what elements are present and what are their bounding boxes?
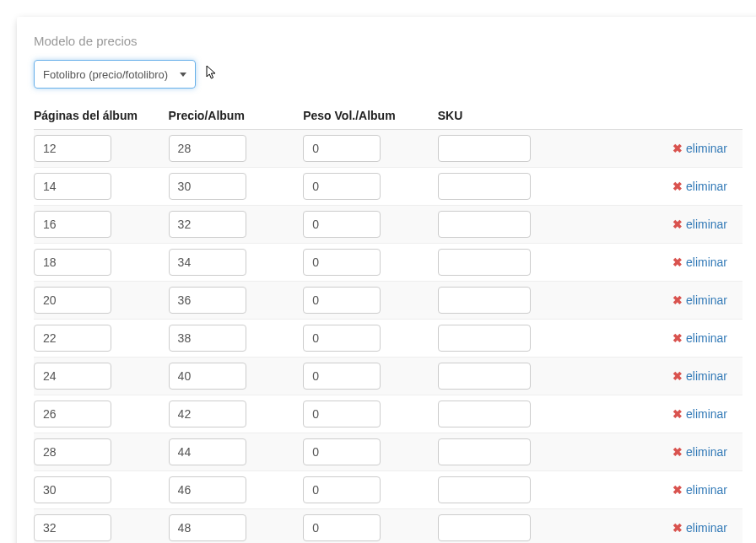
close-icon: ✖ xyxy=(672,370,683,382)
delete-row-button[interactable]: ✖eliminar xyxy=(672,445,727,459)
weight-input[interactable] xyxy=(303,249,381,276)
price-input[interactable] xyxy=(169,401,246,427)
close-icon: ✖ xyxy=(672,522,683,534)
delete-row-button[interactable]: ✖eliminar xyxy=(672,331,727,345)
pricing-panel: Modelo de precios Fotolibro (precio/foto… xyxy=(17,17,756,543)
weight-input[interactable] xyxy=(303,514,381,541)
price-input[interactable] xyxy=(169,135,246,162)
sku-input[interactable] xyxy=(438,173,531,200)
weight-input[interactable] xyxy=(303,287,381,314)
pages-input[interactable] xyxy=(34,514,111,541)
sku-input[interactable] xyxy=(438,325,531,352)
pages-input[interactable] xyxy=(34,211,111,238)
delete-label: eliminar xyxy=(686,293,727,307)
sku-input[interactable] xyxy=(438,401,531,427)
pages-input[interactable] xyxy=(34,325,111,352)
pages-input[interactable] xyxy=(34,476,111,503)
pages-input[interactable] xyxy=(34,287,111,314)
price-input[interactable] xyxy=(169,325,246,352)
delete-row-button[interactable]: ✖eliminar xyxy=(672,293,727,307)
pages-input[interactable] xyxy=(34,135,111,162)
weight-input[interactable] xyxy=(303,438,381,465)
chevron-down-icon xyxy=(180,73,186,77)
sku-input[interactable] xyxy=(438,287,531,314)
table-row: ✖eliminar xyxy=(34,320,742,358)
header-actions xyxy=(572,104,742,130)
pricing-model-select[interactable]: Fotolibro (precio/fotolibro) xyxy=(34,60,196,89)
close-icon: ✖ xyxy=(672,484,683,496)
table-row: ✖eliminar xyxy=(34,509,742,544)
delete-label: eliminar xyxy=(686,445,727,459)
price-input[interactable] xyxy=(169,249,246,276)
table-row: ✖eliminar xyxy=(34,433,742,471)
sku-input[interactable] xyxy=(438,135,531,162)
sku-input[interactable] xyxy=(438,363,531,390)
pages-input[interactable] xyxy=(34,438,111,465)
price-input[interactable] xyxy=(169,363,246,390)
table-row: ✖eliminar xyxy=(34,168,742,206)
price-input[interactable] xyxy=(169,211,246,238)
delete-label: eliminar xyxy=(686,407,727,421)
close-icon: ✖ xyxy=(672,256,683,268)
header-pages: Páginas del álbum xyxy=(34,104,169,130)
delete-row-button[interactable]: ✖eliminar xyxy=(672,483,727,497)
delete-label: eliminar xyxy=(686,218,727,231)
weight-input[interactable] xyxy=(303,211,381,238)
sku-input[interactable] xyxy=(438,514,531,541)
delete-label: eliminar xyxy=(686,180,727,193)
delete-row-button[interactable]: ✖eliminar xyxy=(672,255,727,269)
table-row: ✖eliminar xyxy=(34,395,742,433)
pages-input[interactable] xyxy=(34,173,111,200)
price-input[interactable] xyxy=(169,476,246,503)
weight-input[interactable] xyxy=(303,173,381,200)
header-weight: Peso Vol./Album xyxy=(303,104,438,130)
weight-input[interactable] xyxy=(303,135,381,162)
close-icon: ✖ xyxy=(672,218,683,230)
weight-input[interactable] xyxy=(303,325,381,352)
price-input[interactable] xyxy=(169,438,246,465)
pages-input[interactable] xyxy=(34,363,111,390)
pages-input[interactable] xyxy=(34,249,111,276)
table-row: ✖eliminar xyxy=(34,206,742,244)
delete-label: eliminar xyxy=(686,521,727,535)
price-input[interactable] xyxy=(169,514,246,541)
header-sku: SKU xyxy=(438,104,573,130)
sku-input[interactable] xyxy=(438,249,531,276)
close-icon: ✖ xyxy=(672,332,683,344)
price-input[interactable] xyxy=(169,173,246,200)
delete-label: eliminar xyxy=(686,255,727,269)
delete-row-button[interactable]: ✖eliminar xyxy=(672,218,727,231)
close-icon: ✖ xyxy=(672,142,683,154)
pricing-model-selected: Fotolibro (precio/fotolibro) xyxy=(43,68,168,81)
delete-row-button[interactable]: ✖eliminar xyxy=(672,180,727,193)
delete-row-button[interactable]: ✖eliminar xyxy=(672,407,727,421)
delete-label: eliminar xyxy=(686,369,727,383)
delete-label: eliminar xyxy=(686,483,727,497)
table-row: ✖eliminar xyxy=(34,244,742,282)
close-icon: ✖ xyxy=(672,408,683,420)
weight-input[interactable] xyxy=(303,363,381,390)
header-price: Precio/Album xyxy=(169,104,304,130)
table-row: ✖eliminar xyxy=(34,358,742,395)
delete-row-button[interactable]: ✖eliminar xyxy=(672,142,727,155)
weight-input[interactable] xyxy=(303,476,381,503)
delete-label: eliminar xyxy=(686,142,727,155)
section-title: Modelo de precios xyxy=(34,34,742,48)
delete-label: eliminar xyxy=(686,331,727,345)
price-input[interactable] xyxy=(169,287,246,314)
close-icon: ✖ xyxy=(672,180,683,192)
table-row: ✖eliminar xyxy=(34,130,742,168)
close-icon: ✖ xyxy=(672,446,683,458)
sku-input[interactable] xyxy=(438,211,531,238)
close-icon: ✖ xyxy=(672,294,683,306)
pricing-table: Páginas del álbum Precio/Album Peso Vol.… xyxy=(34,104,742,543)
cursor-icon xyxy=(206,65,218,83)
table-row: ✖eliminar xyxy=(34,282,742,320)
delete-row-button[interactable]: ✖eliminar xyxy=(672,369,727,383)
table-row: ✖eliminar xyxy=(34,471,742,509)
weight-input[interactable] xyxy=(303,401,381,427)
sku-input[interactable] xyxy=(438,438,531,465)
pages-input[interactable] xyxy=(34,401,111,427)
delete-row-button[interactable]: ✖eliminar xyxy=(672,521,727,535)
sku-input[interactable] xyxy=(438,476,531,503)
